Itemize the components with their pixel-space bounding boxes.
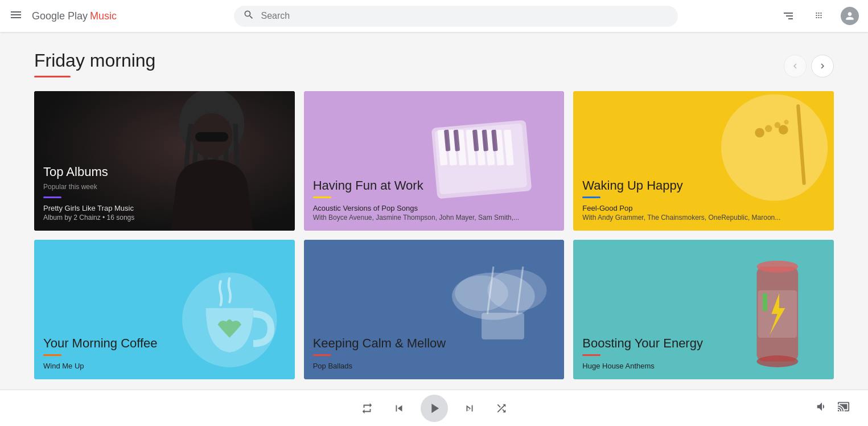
svg-point-25 — [765, 125, 772, 132]
search-bar[interactable] — [234, 6, 678, 27]
app-header: Google Play Music — [0, 0, 868, 32]
card-boosting-energy-content: Boosting Your Energy Huge House Anthems — [573, 327, 834, 379]
card-waking-up[interactable]: Waking Up Happy Feel-Good Pop With Andy … — [573, 91, 834, 231]
card-boosting-energy-desc1: Huge House Anthems — [582, 362, 825, 370]
card-having-fun-title: Having Fun at Work — [313, 178, 556, 193]
card-keeping-calm[interactable]: Keeping Calm & Mellow Pop Ballads — [304, 240, 565, 379]
prev-nav-button[interactable] — [784, 55, 807, 77]
header-right — [777, 5, 859, 27]
section-header: Friday morning — [34, 50, 834, 77]
card-top-albums[interactable]: Top Albums Popular this week Pretty Girl… — [34, 91, 295, 231]
nav-buttons — [784, 55, 834, 77]
volume-icon[interactable] — [816, 400, 828, 416]
card-top-albums-subtitle: Popular this week — [43, 183, 286, 191]
player-controls — [357, 395, 512, 422]
card-top-albums-desc2: Album by 2 Chainz • 16 songs — [43, 214, 286, 222]
card-top-albums-accent — [43, 196, 61, 198]
card-waking-up-desc1: Feel-Good Pop — [582, 204, 825, 212]
section-title-wrap: Friday morning — [34, 50, 155, 77]
prev-icon[interactable] — [389, 398, 409, 419]
search-input[interactable] — [261, 11, 669, 21]
card-having-fun-desc1: Acoustic Versions of Pop Songs — [313, 204, 556, 212]
card-keeping-calm-accent — [313, 354, 331, 356]
card-boosting-energy-title: Boosting Your Energy — [582, 336, 825, 351]
app-logo: Google Play Music — [32, 10, 117, 22]
main-content: Friday morning — [0, 32, 868, 390]
repeat-icon[interactable] — [357, 398, 377, 419]
cards-grid: Top Albums Popular this week Pretty Girl… — [34, 91, 834, 379]
card-keeping-calm-desc1: Pop Ballads — [313, 362, 556, 370]
section-underline — [34, 76, 71, 77]
svg-point-26 — [775, 122, 780, 128]
player-right-controls — [816, 400, 850, 416]
svg-rect-4 — [195, 132, 228, 142]
card-top-albums-title: Top Albums — [43, 165, 286, 179]
card-morning-coffee-accent — [43, 354, 61, 356]
svg-point-33 — [455, 276, 508, 311]
logo-google-text: Google Play — [32, 10, 88, 22]
next-icon[interactable] — [459, 398, 480, 419]
card-morning-coffee-desc1: Wind Me Up — [43, 362, 286, 370]
player-bar — [0, 390, 868, 426]
card-top-albums-content: Top Albums Popular this week Pretty Girl… — [34, 155, 295, 231]
card-top-albums-desc1: Pretty Girls Like Trap Music — [43, 204, 286, 212]
card-having-fun-desc2: With Boyce Avenue, Jasmine Thompson, Joh… — [313, 214, 556, 222]
svg-point-27 — [784, 120, 789, 124]
card-boosting-energy[interactable]: Boosting Your Energy Huge House Anthems — [573, 240, 834, 379]
avatar[interactable] — [841, 7, 859, 25]
card-having-fun-accent — [313, 196, 331, 198]
card-morning-coffee-content: Your Morning Coffee Wind Me Up — [34, 327, 295, 379]
logo-music-text: Music — [90, 10, 117, 22]
card-keeping-calm-content: Keeping Calm & Mellow Pop Ballads — [304, 327, 565, 379]
card-having-fun-content: Having Fun at Work Acoustic Versions of … — [304, 169, 565, 231]
card-waking-up-desc2: With Andy Grammer, The Chainsmokers, One… — [582, 214, 825, 222]
card-waking-up-accent — [582, 196, 600, 198]
card-waking-up-title: Waking Up Happy — [582, 178, 825, 193]
card-keeping-calm-title: Keeping Calm & Mellow — [313, 336, 556, 351]
card-morning-coffee[interactable]: Your Morning Coffee Wind Me Up — [34, 240, 295, 379]
card-morning-coffee-title: Your Morning Coffee — [43, 336, 286, 351]
search-icon — [243, 9, 254, 23]
card-waking-up-content: Waking Up Happy Feel-Good Pop With Andy … — [573, 169, 834, 231]
svg-point-23 — [755, 128, 765, 138]
svg-rect-42 — [763, 293, 767, 311]
queue-icon[interactable] — [777, 5, 800, 27]
cast-icon[interactable] — [837, 400, 850, 416]
play-button[interactable] — [421, 395, 448, 422]
apps-icon[interactable] — [809, 5, 832, 27]
hamburger-icon[interactable] — [9, 8, 23, 24]
shuffle-icon[interactable] — [491, 398, 512, 419]
svg-point-39 — [757, 261, 799, 273]
header-left: Google Play Music — [9, 8, 134, 24]
section-title: Friday morning — [34, 50, 155, 71]
svg-point-24 — [779, 125, 788, 135]
next-nav-button[interactable] — [811, 55, 834, 77]
card-boosting-energy-accent — [582, 354, 600, 356]
card-having-fun[interactable]: Having Fun at Work Acoustic Versions of … — [304, 91, 565, 231]
